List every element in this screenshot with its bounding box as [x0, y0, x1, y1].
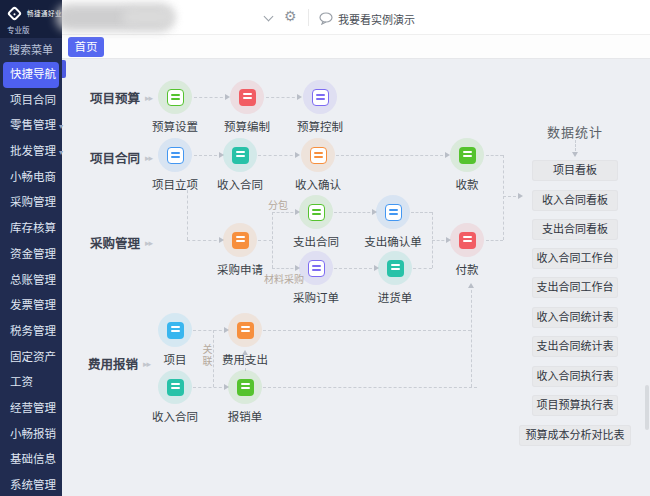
project-doc-icon: [158, 313, 192, 347]
scrollbar-thumb[interactable]: [645, 385, 649, 430]
divider: [308, 9, 309, 26]
document-icon: [303, 80, 337, 114]
stats-button-expense-stats[interactable]: 支出合同统计表: [532, 336, 618, 357]
sidebar-item-ecommerce[interactable]: 小畅电商: [0, 165, 62, 191]
contract-icon: [299, 195, 333, 229]
stats-button-income-workbench[interactable]: 收入合同工作台: [532, 248, 618, 269]
sidebar-item-tax[interactable]: 税务管理: [0, 319, 62, 345]
sidebar-item-fixed-assets[interactable]: 固定资产: [0, 345, 62, 371]
node-project-initiate[interactable]: 项目立项: [143, 138, 207, 192]
chat-bubble-icon: [319, 11, 334, 29]
node-payment[interactable]: 付款: [435, 223, 499, 277]
stats-button-income-board[interactable]: 收入合同看板: [532, 190, 618, 211]
sidebar-item-funds[interactable]: 资金管理: [0, 242, 62, 268]
connector: [503, 196, 521, 197]
node-income-contract-2[interactable]: 收入合同: [143, 370, 207, 424]
project-doc-icon: [158, 138, 192, 172]
sidebar-item-invoice[interactable]: 发票管理: [0, 293, 62, 319]
stats-button-budget-exec[interactable]: 项目预算执行表: [532, 395, 618, 416]
sidebar-item-purchase[interactable]: 采购管理: [0, 190, 62, 216]
connector: [263, 330, 471, 331]
stats-button-budget-cost-compare[interactable]: 预算成本分析对比表: [519, 425, 631, 446]
document-gear-icon: [158, 80, 192, 114]
request-doc-icon: [223, 223, 257, 257]
contract-icon: [223, 138, 257, 172]
sidebar-item-operation[interactable]: 经营管理: [0, 396, 62, 422]
sidebar-item-wholesale[interactable]: 批发管理▾: [0, 139, 62, 165]
node-purchase-request[interactable]: 采购申请: [208, 223, 272, 277]
contract-icon: [158, 370, 192, 404]
node-purchase-order[interactable]: 采购订单: [284, 251, 348, 305]
sidebar-item-reimburse[interactable]: 小畅报销: [0, 422, 62, 448]
node-budget-setup[interactable]: 预算设置: [143, 80, 207, 134]
node-budget-control[interactable]: 预算控制: [288, 80, 352, 134]
brand-logo-icon: [7, 6, 23, 22]
order-doc-icon: [299, 251, 333, 285]
stats-button-income-stats[interactable]: 收入合同统计表: [532, 307, 618, 328]
stats-button-expense-workbench[interactable]: 支出合同工作台: [532, 277, 618, 298]
receipt-doc-icon: [378, 251, 412, 285]
sidebar-item-salary[interactable]: 工资: [0, 370, 62, 396]
section-arrow-icon: ▸▸: [145, 238, 152, 248]
node-project[interactable]: 项目: [143, 313, 207, 367]
sidebar-scrollbar-thumb[interactable]: [62, 60, 66, 78]
sidebar-item-retail[interactable]: 零售管理▾: [0, 113, 62, 139]
sidebar-menu: 快捷导航 项目合同 零售管理▾ 批发管理▾ 小畅电商 采购管理 库存核算 资金管…: [0, 62, 62, 496]
expense-doc-icon: [228, 313, 262, 347]
connector: [471, 285, 472, 387]
sidebar-item-quick-nav[interactable]: 快捷导航: [3, 62, 59, 88]
node-reimburse-slip[interactable]: 报销单: [213, 370, 277, 424]
stats-panel-title: 数据统计: [535, 122, 615, 141]
node-goods-receipt[interactable]: 进货单: [363, 251, 427, 305]
connector: [272, 212, 273, 268]
node-budget-compile[interactable]: 预算编制: [215, 80, 279, 134]
stats-button-income-exec[interactable]: 收入合同执行表: [532, 366, 618, 387]
node-income-contract[interactable]: 收入合同: [208, 138, 272, 192]
connector: [503, 155, 504, 240]
app-window: 畅捷通好业财 专业版 搜索菜单 快捷导航 项目合同 零售管理▾ 批发管理▾ 小畅…: [0, 0, 650, 496]
section-expense-reimburse: 费用报销▸▸: [88, 354, 150, 373]
node-expense-confirm-slip[interactable]: 支出确认单: [361, 195, 425, 249]
lock-icon: [450, 138, 484, 172]
node-expense-spend[interactable]: 费用支出: [213, 313, 277, 367]
node-expense-contract[interactable]: 支出合同: [284, 195, 348, 249]
sidebar-item-inventory[interactable]: 库存核算: [0, 216, 62, 242]
sidebar-item-basic-info[interactable]: 基础信息: [0, 447, 62, 473]
wallet-icon: [450, 223, 484, 257]
stats-button-project-board[interactable]: 项目看板: [532, 160, 618, 181]
connector: [575, 140, 576, 155]
sidebar: 畅捷通好业财 专业版 搜索菜单 快捷导航 项目合同 零售管理▾ 批发管理▾ 小畅…: [0, 0, 62, 496]
connector: [336, 155, 448, 156]
sidebar-item-ledger[interactable]: 总账管理: [0, 268, 62, 294]
redacted-company-name: [122, 8, 174, 26]
connector: [263, 387, 477, 388]
caret-down-icon: ▾: [59, 148, 63, 157]
confirm-doc-icon: [301, 138, 335, 172]
search-menu-button[interactable]: 搜索菜单: [0, 38, 62, 62]
connector: [432, 212, 433, 268]
demo-link[interactable]: 我要看实例演示: [338, 11, 415, 27]
section-purchase-mgmt: 采购管理▸▸: [90, 233, 152, 252]
stats-button-expense-board[interactable]: 支出合同看板: [532, 219, 618, 240]
node-collection[interactable]: 收款: [435, 138, 499, 192]
sidebar-item-project-contract[interactable]: 项目合同: [0, 88, 62, 114]
logo-block: 畅捷通好业财 专业版: [0, 0, 62, 38]
budget-sheet-icon: [230, 80, 264, 114]
node-income-confirm[interactable]: 收入确认: [286, 138, 350, 192]
caret-down-icon: ▾: [59, 122, 63, 131]
confirm-doc-icon: [376, 195, 410, 229]
reimburse-doc-icon: [228, 370, 262, 404]
tab-bar: 首页: [62, 35, 650, 59]
sidebar-item-system[interactable]: 系统管理: [0, 473, 62, 496]
scrollbar-track[interactable]: [645, 59, 650, 496]
edition-label: 专业版: [7, 24, 30, 35]
chevron-down-icon[interactable]: [264, 12, 274, 22]
tab-home[interactable]: 首页: [68, 37, 104, 57]
connector: [187, 185, 188, 240]
gear-icon[interactable]: ⚙: [284, 8, 297, 24]
